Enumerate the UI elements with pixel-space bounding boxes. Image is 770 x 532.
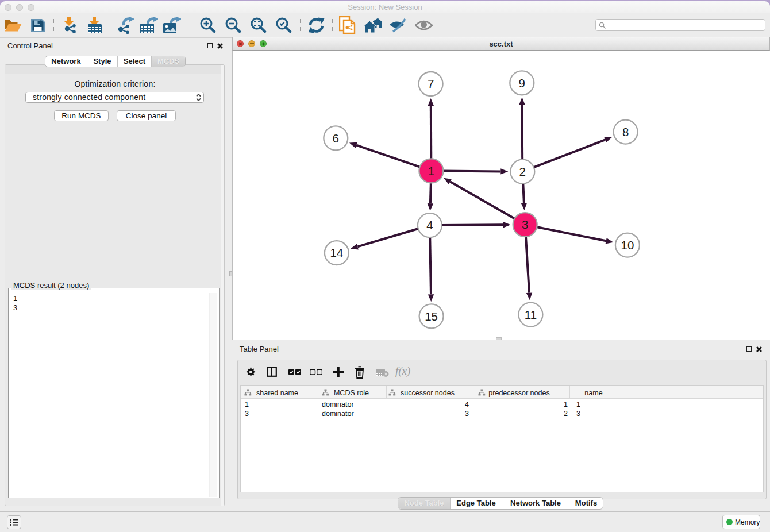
svg-text:9: 9	[519, 76, 525, 90]
svg-text:6: 6	[333, 132, 339, 145]
svg-text:3: 3	[522, 218, 528, 231]
svg-text:7: 7	[428, 77, 434, 90]
svg-text:8: 8	[622, 125, 629, 138]
svg-text:2: 2	[519, 165, 526, 178]
svg-text:11: 11	[525, 308, 537, 321]
svg-text:10: 10	[621, 238, 634, 252]
svg-text:15: 15	[425, 310, 438, 323]
svg-text:14: 14	[330, 246, 343, 259]
svg-text:1: 1	[428, 164, 434, 178]
svg-text:4: 4	[426, 218, 433, 232]
